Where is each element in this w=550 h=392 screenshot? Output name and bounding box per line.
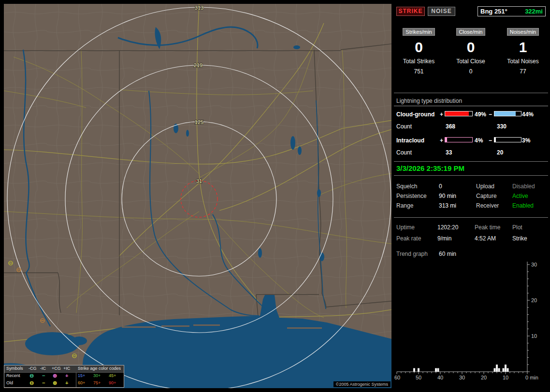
noises-per-min-value: 1 bbox=[498, 39, 548, 56]
plus-sign: + bbox=[440, 111, 443, 118]
cg-count-row: Count 368 330 bbox=[394, 123, 548, 130]
cg-positive-pct: 49% bbox=[475, 111, 486, 118]
svg-text:20: 20 bbox=[531, 297, 537, 303]
close-per-min-value: 0 bbox=[444, 39, 498, 56]
divider bbox=[394, 93, 548, 93]
receiver-label: Receiver bbox=[476, 201, 512, 210]
svg-text:10: 10 bbox=[503, 375, 508, 380]
rate-statistics: Strikes/min 0 Total Strikes 751 Close/mi… bbox=[394, 28, 548, 75]
strike-legend: Symbols -CG -IC +CG +IC Strike age color… bbox=[4, 365, 124, 388]
copyright-notice: ©2005 Astrogenic Systems bbox=[333, 381, 391, 387]
squelch-value: 0 bbox=[439, 182, 476, 191]
session-info: Uptime 1202:20 Peak time Plot Peak rate … bbox=[396, 222, 546, 244]
neg-cg-recent-icon: ⊖ bbox=[29, 373, 34, 378]
bearing-readout: Bng 251° 322mi bbox=[478, 6, 546, 16]
legend-col-pos-cg: +CG bbox=[52, 366, 61, 371]
uptime-value: 1202:20 bbox=[437, 222, 475, 233]
noise-mode-button[interactable]: NOISE bbox=[428, 7, 455, 16]
neg-ic-old-icon: − bbox=[42, 380, 45, 386]
distribution-title: Lightning type distribution bbox=[394, 98, 548, 106]
bearing-distance: 322mi bbox=[525, 8, 543, 15]
cg-negative-pct: 44% bbox=[522, 111, 534, 118]
legend-age-title: Strike age color codes bbox=[78, 366, 121, 371]
range-label: Range bbox=[396, 201, 439, 210]
cg-positive-fill bbox=[445, 112, 469, 116]
svg-text:30: 30 bbox=[531, 262, 537, 267]
plot-mode-value: Strike bbox=[512, 233, 546, 244]
peak-time-label: Peak time bbox=[475, 222, 512, 233]
cg-positive-count: 368 bbox=[446, 123, 455, 130]
ic-positive-bar bbox=[445, 137, 473, 142]
peak-time-value: 4:52 AM bbox=[475, 233, 512, 244]
svg-text:60: 60 bbox=[394, 375, 400, 380]
legend-col-pos-ic: +IC bbox=[63, 366, 70, 371]
bearing-value: Bng 251° bbox=[480, 8, 507, 15]
age-90: 90+ bbox=[109, 380, 116, 385]
svg-text:0 min: 0 min bbox=[525, 375, 538, 380]
stat-col-strikes: Strikes/min 0 Total Strikes 751 bbox=[394, 28, 444, 75]
ic-negative-bar bbox=[494, 137, 521, 142]
capture-label: Capture bbox=[476, 191, 512, 201]
uptime-label: Uptime bbox=[396, 222, 437, 233]
strikes-per-min-value: 0 bbox=[394, 39, 444, 56]
ring-label-31: 31 bbox=[196, 178, 202, 184]
neg-cg-old-icon: ⊖ bbox=[29, 380, 34, 386]
intracloud-label: Intracloud bbox=[396, 137, 424, 144]
legend-header-row: Symbols -CG -IC +CG +IC Strike age color… bbox=[4, 365, 124, 373]
cloud-ground-label: Cloud-ground bbox=[396, 111, 434, 118]
ic-negative-fill bbox=[494, 138, 496, 142]
ring-label-313: 313 bbox=[195, 5, 203, 11]
age-15: 15+ bbox=[78, 373, 85, 378]
upload-label: Upload bbox=[476, 182, 512, 191]
noises-per-min-label: Noises/min bbox=[507, 28, 539, 36]
legend-old-label: Old bbox=[6, 380, 13, 385]
receiver-settings: Squelch 0 Upload Disabled Persistence 90… bbox=[396, 182, 546, 210]
ic-positive-fill bbox=[445, 138, 447, 142]
receiver-status: Enabled bbox=[512, 201, 546, 210]
legend-recent-row: Recent ⊖ − ⊕ + 15+ 30+ 45+ bbox=[4, 373, 124, 380]
ring-label-219: 219 bbox=[194, 62, 203, 68]
ring-label-125: 125 bbox=[195, 119, 203, 125]
svg-text:50: 50 bbox=[416, 375, 421, 380]
cg-negative-bar bbox=[494, 111, 521, 116]
upload-status: Disabled bbox=[512, 182, 546, 191]
close-per-min-label: Close/min bbox=[456, 28, 486, 36]
divider bbox=[394, 217, 548, 218]
ic-negative-count: 20 bbox=[497, 149, 503, 156]
svg-text:30: 30 bbox=[459, 375, 465, 380]
lightning-map[interactable]: 313 219 125 31 Symbols -CG -IC +CG +IC S… bbox=[4, 4, 391, 388]
pos-cg-old-icon: ⊕ bbox=[53, 380, 57, 386]
svg-text:10: 10 bbox=[531, 333, 537, 339]
trend-graph: 3020106050403020100 min bbox=[394, 255, 548, 386]
age-75: 75+ bbox=[93, 380, 101, 385]
total-noises-value: 77 bbox=[498, 68, 548, 75]
pos-ic-recent-icon: + bbox=[65, 373, 68, 378]
cg-negative-fill bbox=[494, 112, 516, 116]
stat-col-noises: Noises/min 1 Total Noises 77 bbox=[498, 28, 548, 75]
total-strikes-label: Total Strikes bbox=[394, 58, 444, 65]
age-30: 30+ bbox=[93, 373, 101, 378]
capture-status: Active bbox=[512, 191, 546, 201]
peak-rate-label: Peak rate bbox=[396, 233, 437, 244]
plot-label: Plot bbox=[512, 222, 546, 233]
cg-positive-bar bbox=[445, 111, 473, 116]
map-canvas[interactable]: 313 219 125 31 bbox=[4, 4, 391, 388]
ic-positive-count: 33 bbox=[446, 149, 452, 156]
total-close-label: Total Close bbox=[444, 58, 498, 65]
strike-mode-button[interactable]: STRIKE bbox=[396, 7, 425, 16]
total-close-value: 0 bbox=[444, 68, 498, 75]
total-strikes-value: 751 bbox=[394, 68, 444, 75]
total-noises-label: Total Noises bbox=[498, 58, 548, 65]
cg-negative-count: 330 bbox=[497, 123, 507, 130]
legend-recent-label: Recent bbox=[6, 373, 20, 378]
neg-ic-recent-icon: − bbox=[42, 373, 45, 378]
range-value: 313 mi bbox=[439, 201, 476, 210]
count-label: Count bbox=[396, 149, 412, 156]
legend-col-neg-ic: -IC bbox=[40, 366, 46, 371]
strikes-per-min-label: Strikes/min bbox=[403, 28, 434, 36]
dist-row-cloud-ground: Cloud-ground + 49% − 44% bbox=[394, 111, 548, 118]
persistence-value: 90 min bbox=[439, 191, 476, 201]
minus-sign: − bbox=[489, 111, 492, 118]
dist-row-intracloud: Intracloud + 4% − 3% bbox=[394, 137, 548, 144]
legend-col-neg-cg: -CG bbox=[29, 366, 37, 371]
